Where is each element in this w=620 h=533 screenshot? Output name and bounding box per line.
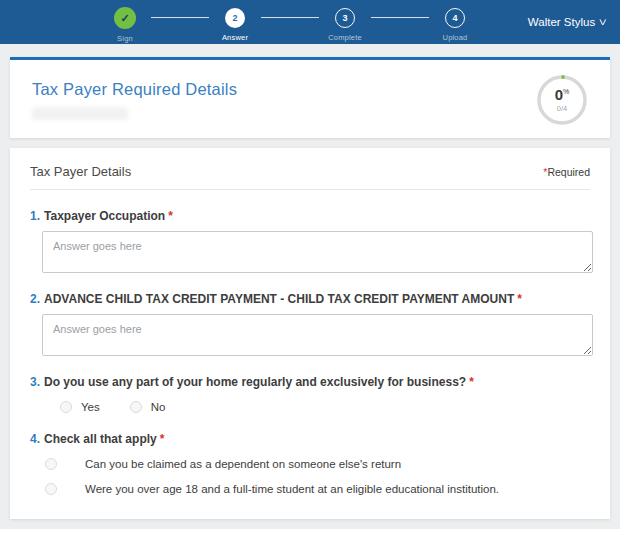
radio-icon[interactable] — [60, 401, 72, 413]
step-answer[interactable]: 2 Answer — [209, 1, 261, 42]
required-note: *Required — [543, 166, 590, 178]
question-label: 4.Check all that apply* — [30, 432, 590, 446]
radio-label: Yes — [81, 401, 100, 413]
step-label: Answer — [222, 33, 248, 42]
required-asterisk: * — [469, 375, 474, 389]
answer-textarea-occupation[interactable] — [42, 231, 593, 273]
top-bar: ✓ Sign 2 Answer 3 Complete 4 Upload Walt… — [0, 0, 620, 44]
checkbox-group-apply: Can you be claimed as a dependent on som… — [45, 458, 590, 495]
wizard-stepper: ✓ Sign 2 Answer 3 Complete 4 Upload — [99, 1, 481, 43]
step-number: 4 — [445, 8, 465, 28]
section-divider — [30, 189, 590, 190]
progress-percent: 0% — [555, 87, 570, 102]
required-asterisk: * — [168, 209, 173, 223]
step-upload[interactable]: 4 Upload — [429, 1, 481, 42]
required-asterisk: * — [517, 292, 522, 306]
question-label: 2.ADVANCE CHILD TAX CREDIT PAYMENT - CHI… — [30, 292, 590, 306]
question-number: 1. — [30, 209, 40, 223]
radio-group-home-business: Yes No — [60, 401, 590, 413]
chevron-down-icon: ˅ — [599, 17, 607, 28]
check-icon: ✓ — [114, 7, 136, 29]
user-menu[interactable]: Walter Stylus ˅ — [528, 0, 606, 44]
progress-ring: 0% 0/4 — [536, 74, 588, 126]
answer-textarea-child-tax-credit[interactable] — [42, 314, 593, 356]
question-label: 1.Taxpayer Occupation* — [30, 209, 590, 223]
section-header: Tax Payer Details *Required — [30, 164, 590, 179]
radio-icon[interactable] — [130, 401, 142, 413]
header-left: Tax Payer Required Details — [32, 74, 237, 120]
step-label: Sign — [117, 34, 133, 43]
step-connector — [371, 17, 429, 18]
step-sign[interactable]: ✓ Sign — [99, 1, 151, 43]
radio-option-no[interactable]: No — [130, 401, 166, 413]
progress-text: 0% 0/4 — [536, 74, 588, 126]
step-connector — [261, 17, 319, 18]
question-text: Taxpayer Occupation — [44, 209, 165, 223]
step-number: 3 — [335, 8, 355, 28]
step-label: Complete — [328, 33, 362, 42]
question-3: 3.Do you use any part of your home regul… — [30, 375, 590, 413]
question-number: 2. — [30, 292, 40, 306]
checkbox-option-dependent[interactable]: Can you be claimed as a dependent on som… — [45, 458, 590, 470]
radio-label: No — [151, 401, 166, 413]
question-text: Do you use any part of your home regular… — [44, 375, 466, 389]
question-number: 3. — [30, 375, 40, 389]
blurred-subtitle — [32, 107, 128, 120]
step-number: 2 — [225, 8, 245, 28]
step-label: Upload — [443, 33, 468, 42]
step-complete[interactable]: 3 Complete — [319, 1, 371, 42]
radio-option-yes[interactable]: Yes — [60, 401, 100, 413]
section-title: Tax Payer Details — [30, 164, 131, 179]
page-title: Tax Payer Required Details — [32, 80, 237, 99]
progress-fraction: 0/4 — [557, 105, 567, 113]
user-name: Walter Stylus — [528, 16, 595, 28]
question-label: 3.Do you use any part of your home regul… — [30, 375, 590, 389]
checkbox-label: Can you be claimed as a dependent on som… — [85, 458, 401, 470]
footer-bar: Save & Close Next › — [0, 529, 620, 533]
question-text: Check all that apply — [44, 432, 157, 446]
question-number: 4. — [30, 432, 40, 446]
checkbox-icon[interactable] — [45, 483, 57, 495]
question-4: 4.Check all that apply* Can you be claim… — [30, 432, 590, 495]
required-asterisk: * — [160, 432, 165, 446]
question-2: 2.ADVANCE CHILD TAX CREDIT PAYMENT - CHI… — [30, 292, 590, 356]
header-card: Tax Payer Required Details 0% 0/4 — [10, 57, 610, 138]
checkbox-option-student[interactable]: Were you over age 18 and a full-time stu… — [45, 483, 590, 495]
form-card: Tax Payer Details *Required 1.Taxpayer O… — [10, 148, 610, 519]
question-text: ADVANCE CHILD TAX CREDIT PAYMENT - CHILD… — [44, 292, 514, 306]
step-connector — [151, 17, 209, 18]
page: ✓ Sign 2 Answer 3 Complete 4 Upload Walt… — [0, 0, 620, 533]
checkbox-icon[interactable] — [45, 458, 57, 470]
checkbox-label: Were you over age 18 and a full-time stu… — [85, 483, 499, 495]
question-1: 1.Taxpayer Occupation* — [30, 209, 590, 273]
